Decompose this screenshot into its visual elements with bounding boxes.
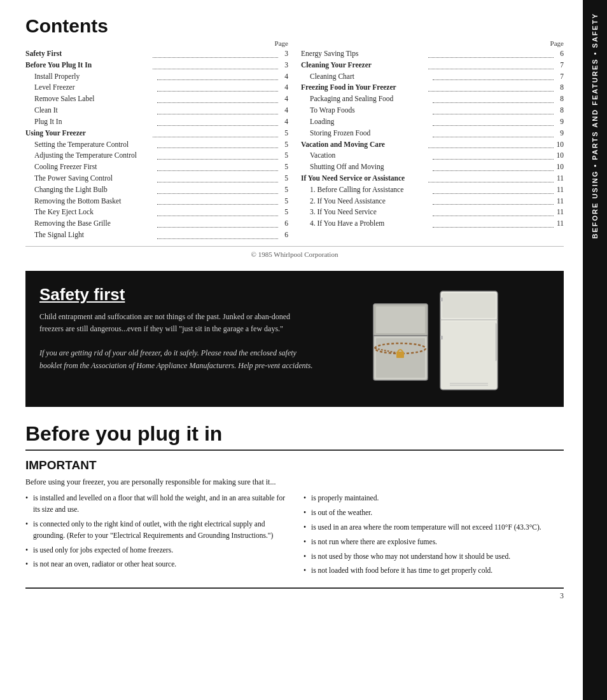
bullet-dot: •	[304, 537, 309, 548]
bullet-item: •is used in an area where the room tempe…	[304, 522, 564, 533]
page-header-left: Page	[25, 39, 288, 47]
toc-dots	[428, 60, 554, 69]
toc-label: Adjusting the Temperature Control	[25, 150, 156, 161]
toc-entry: Loading 9	[301, 116, 564, 128]
toc-page: 5	[279, 184, 288, 196]
toc-page: 9	[555, 116, 564, 128]
toc-entry: Freezing Food in Your Freezer 8	[301, 82, 564, 93]
bullet-dot: •	[304, 493, 309, 504]
toc-label: Remove Sales Label	[25, 93, 156, 105]
toc-entry: Removing the Base Grille 6	[25, 218, 288, 230]
toc-label: Before You Plug It In	[25, 60, 151, 71]
toc-dots	[433, 71, 554, 81]
page-wrapper: BEFORE USING • PARTS AND FEATURES • SAFE…	[0, 0, 607, 700]
toc-page: 5	[279, 139, 288, 151]
toc-entry: Removing the Bottom Basket 5	[25, 196, 288, 207]
toc-entry: Level Freezer 4	[25, 82, 288, 93]
toc-page: 4	[279, 82, 288, 93]
toc-page: 8	[555, 105, 564, 116]
toc-entry: Using Your Freezer 5	[25, 128, 288, 139]
toc-label: 3. If You Need Service	[301, 207, 431, 218]
bullet-item: •is installed and levelled on a floor th…	[25, 493, 286, 516]
toc-entry: To Wrap Foods 8	[301, 105, 564, 116]
toc-entry: Vacation and Moving Care 10	[301, 139, 564, 151]
toc-entry: The Key Eject Lock 5	[25, 207, 288, 218]
toc-page: 5	[279, 196, 288, 207]
toc-dots	[157, 218, 279, 228]
toc-dots	[157, 139, 279, 149]
toc-label: Cleaning Chart	[301, 71, 431, 83]
toc-label: Safety First	[25, 48, 151, 60]
bullet-item: •is connected only to the right kind of …	[25, 519, 286, 542]
toc-label: Plug It In	[25, 116, 156, 128]
safety-image-col	[323, 285, 551, 393]
toc-dots	[153, 60, 279, 69]
toc-label: Clean It	[25, 105, 156, 116]
important-heading: IMPORTANT	[25, 458, 564, 472]
toc-dots	[428, 82, 554, 92]
before-columns: •is installed and levelled on a floor th…	[25, 493, 564, 580]
toc-page: 10	[555, 161, 564, 173]
toc-page: 11	[555, 218, 564, 230]
contents-table: Page Safety First 3 Before You Plug It I…	[25, 39, 564, 241]
toc-dots	[157, 207, 279, 216]
toc-dots	[433, 150, 554, 160]
bullet-item: •is not used by those who may not unders…	[304, 551, 564, 563]
page-number: 3	[25, 591, 564, 601]
svg-rect-2	[376, 306, 425, 333]
toc-page: 11	[555, 184, 564, 196]
bottom-divider	[25, 587, 564, 589]
freezer-left	[373, 304, 428, 380]
bullet-item: •is properly maintained.	[304, 493, 564, 504]
toc-page: 4	[279, 93, 288, 105]
contents-section: Contents Page Safety First 3 Before You …	[25, 15, 564, 258]
toc-entry: Storing Frozen Food 9	[301, 128, 564, 139]
toc-entry: The Power Saving Control 5	[25, 173, 288, 184]
toc-dots	[153, 128, 279, 137]
before-title: Before you plug it in	[25, 422, 564, 446]
toc-dots	[157, 93, 279, 103]
toc-entry: Shutting Off and Moving 10	[301, 161, 564, 173]
safety-body-line2: If you are getting rid of your old freez…	[39, 348, 312, 369]
toc-dots	[157, 161, 279, 171]
toc-entry: Plug It In 4	[25, 116, 288, 128]
toc-dots	[157, 196, 279, 205]
toc-entry: Adjusting the Temperature Control 5	[25, 150, 288, 161]
toc-page: 5	[279, 150, 288, 161]
toc-entry: Cleaning Your Freezer 7	[301, 60, 564, 71]
main-content: Contents Page Safety First 3 Before You …	[0, 0, 583, 616]
toc-page: 6	[279, 230, 288, 241]
safety-text-col: Safety first Child entrapment and suffoc…	[39, 285, 313, 393]
toc-label: 4. If You Have a Problem	[301, 218, 431, 230]
toc-entry: If You Need Service or Assistance 11	[301, 173, 564, 184]
toc-page: 5	[279, 128, 288, 139]
toc-entry: The Signal Light 6	[25, 230, 288, 241]
bullet-dot: •	[304, 522, 309, 533]
toc-entry: Safety First 3	[25, 48, 288, 60]
toc-entry: Remove Sales Label 4	[25, 93, 288, 105]
toc-entry: 1. Before Calling for Assistance 11	[301, 184, 564, 196]
toc-dots	[157, 184, 279, 194]
toc-label: Energy Saving Tips	[301, 48, 427, 60]
toc-dots	[157, 105, 279, 114]
bullet-text: is not near an oven, radiator or other h…	[33, 559, 176, 570]
toc-label: 1. Before Calling for Assistance	[301, 184, 431, 196]
toc-page: 4	[279, 116, 288, 128]
bullet-dot: •	[304, 551, 309, 563]
toc-dots	[433, 184, 554, 194]
bullet-text: is used in an area where the room temper…	[311, 522, 541, 533]
toc-page: 7	[555, 71, 564, 83]
page-header-right: Page	[301, 39, 564, 47]
safety-title: Safety first	[39, 285, 313, 305]
bullet-dot: •	[25, 545, 31, 556]
toc-page: 9	[555, 128, 564, 139]
toc-dots	[157, 230, 279, 239]
toc-dots	[157, 116, 279, 126]
toc-dots	[428, 48, 554, 58]
bullet-item: •is out of the weather.	[304, 507, 564, 519]
toc-page: 11	[555, 207, 564, 218]
bullet-text: is out of the weather.	[311, 507, 372, 519]
toc-label: Removing the Base Grille	[25, 218, 156, 230]
svg-rect-13	[442, 322, 496, 388]
toc-dots	[157, 71, 279, 81]
